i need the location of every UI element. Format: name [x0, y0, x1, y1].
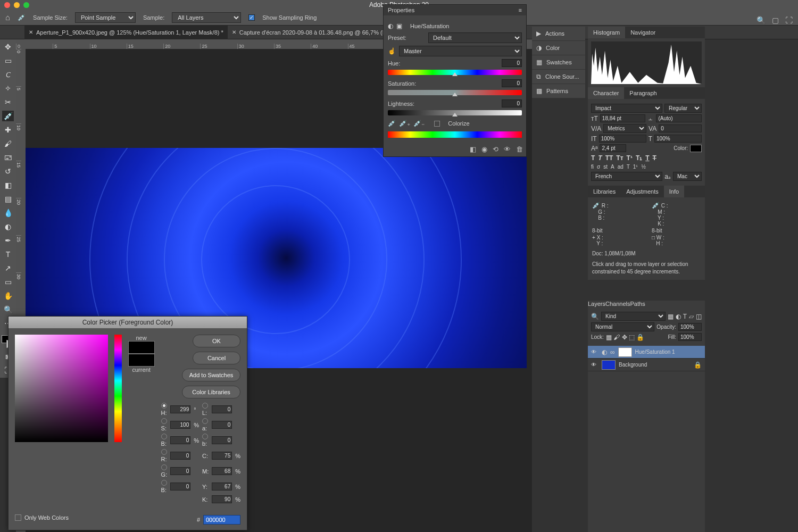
add-swatch-button[interactable]: Add to Swatches: [182, 369, 240, 381]
vscale-input[interactable]: [599, 135, 646, 143]
delete-icon[interactable]: 🗑: [516, 145, 523, 153]
lock-icons[interactable]: ▦ 🖌 ✥ ⬚ 🔒: [606, 334, 644, 341]
layer-mask-thumb[interactable]: [618, 347, 632, 357]
filter-kind[interactable]: Kind: [601, 312, 666, 321]
shape-tool[interactable]: ▭: [2, 277, 14, 287]
colorize-checkbox[interactable]: [434, 121, 440, 127]
window-traffic-lights[interactable]: [4, 2, 29, 8]
c-input[interactable]: [212, 452, 232, 460]
filter-pixel-icon[interactable]: ▦: [668, 313, 674, 320]
panel-swatches[interactable]: ▦Swatches: [532, 55, 585, 70]
blur-tool[interactable]: 💧: [2, 207, 14, 218]
opentype-buttons[interactable]: fiσstAadT1ˢ½: [591, 164, 702, 170]
filter-adj-icon[interactable]: ◐: [676, 313, 681, 320]
dodge-tool[interactable]: ◐: [2, 221, 14, 232]
stamp-tool[interactable]: 🖃: [2, 152, 14, 163]
marquee-tool[interactable]: ▭: [2, 55, 14, 66]
filter-shape-icon[interactable]: ▱: [689, 313, 694, 320]
type-style-buttons[interactable]: TTTTTтT¹T₁TT: [591, 154, 702, 162]
channel-select[interactable]: Master: [399, 46, 522, 56]
fill-input[interactable]: [678, 333, 702, 341]
radio-l[interactable]: [202, 403, 208, 409]
heal-tool[interactable]: ✚: [2, 124, 14, 135]
workspace-icons[interactable]: 🔍▢⛶: [757, 16, 793, 24]
tab-paragraph[interactable]: Paragraph: [624, 87, 662, 99]
filter-type-icon[interactable]: T: [683, 313, 687, 320]
visibility-icon[interactable]: 👁: [591, 362, 598, 368]
radio-b[interactable]: [161, 434, 167, 439]
radio-b2[interactable]: [202, 434, 208, 439]
kerning-select[interactable]: Metrics: [603, 124, 646, 133]
tab-paths[interactable]: Paths: [630, 301, 645, 307]
radio-s[interactable]: [161, 418, 167, 424]
s-input[interactable]: [170, 421, 190, 429]
layer-row-huesat[interactable]: 👁◐∞Hue/Saturation 1: [588, 346, 705, 359]
panel-clone[interactable]: ⧉Clone Sour...: [532, 70, 585, 84]
a-input[interactable]: [212, 421, 232, 429]
aa-select[interactable]: Mac: [673, 172, 702, 181]
fontsize-input[interactable]: [600, 114, 646, 122]
radio-bl[interactable]: [161, 480, 167, 486]
leading-input[interactable]: [656, 114, 702, 122]
panel-patterns[interactable]: ▩Patterns: [532, 84, 585, 98]
eyedropper-icon[interactable]: 💉: [388, 120, 396, 127]
magic-wand-tool[interactable]: ✧: [2, 83, 14, 94]
sample-select[interactable]: All Layers: [172, 12, 241, 23]
radio-g[interactable]: [161, 464, 167, 470]
panel-menu-icon[interactable]: ≡: [519, 7, 522, 13]
textcolor-swatch[interactable]: [690, 145, 702, 152]
tab-layers[interactable]: Layers: [588, 301, 605, 307]
move-tool[interactable]: ✥: [2, 41, 14, 52]
doc-tab-1[interactable]: ✕Aperture_P1_900x420.jpeg @ 125% (Hue/Sa…: [24, 26, 228, 39]
close-icon[interactable]: ✕: [29, 29, 33, 35]
path-tool[interactable]: ↗: [2, 263, 14, 273]
radio-h[interactable]: [161, 403, 167, 409]
opacity-input[interactable]: [678, 323, 702, 331]
g-input[interactable]: [170, 467, 190, 475]
cancel-button[interactable]: Cancel: [193, 352, 240, 364]
hue-strip[interactable]: [114, 335, 121, 442]
lightness-slider[interactable]: [388, 110, 522, 115]
eyedropper-minus-icon[interactable]: 💉₋: [413, 120, 425, 127]
close-icon[interactable]: ✕: [232, 29, 236, 35]
tab-info[interactable]: Info: [664, 186, 684, 197]
hue-slider[interactable]: [388, 70, 522, 75]
panel-actions[interactable]: ▶Actions: [532, 27, 585, 41]
y-input[interactable]: [212, 483, 232, 491]
hscale-input[interactable]: [654, 135, 702, 143]
lasso-tool[interactable]: 𝘊: [2, 69, 14, 80]
weight-select[interactable]: Regular: [664, 104, 702, 113]
preset-select[interactable]: Default: [428, 32, 522, 43]
lab-b-input[interactable]: [212, 436, 232, 444]
saturation-slider[interactable]: [388, 90, 522, 95]
eyedropper-tool[interactable]: 💉: [2, 111, 14, 121]
type-tool[interactable]: T: [2, 249, 14, 260]
layer-thumb[interactable]: [602, 360, 616, 370]
hue-value[interactable]: [502, 59, 522, 67]
hand-tool[interactable]: ✋: [2, 290, 14, 301]
font-select[interactable]: Impact: [591, 104, 662, 113]
color-libraries-button[interactable]: Color Libraries: [182, 386, 240, 398]
home-icon[interactable]: ⌂: [5, 13, 10, 22]
tab-navigator[interactable]: Navigator: [625, 27, 661, 38]
saturation-value[interactable]: [502, 79, 522, 87]
brush-tool[interactable]: 🖌: [2, 138, 14, 149]
tracking-input[interactable]: [659, 124, 702, 132]
visibility-icon[interactable]: 👁: [591, 349, 598, 355]
eyedropper-plus-icon[interactable]: 💉₊: [399, 120, 410, 127]
pen-tool[interactable]: ✒: [2, 235, 14, 246]
visibility-icon[interactable]: 👁: [504, 145, 511, 153]
show-ring-checkbox[interactable]: ✓: [248, 14, 255, 21]
tab-adjustments[interactable]: Adjustments: [621, 186, 664, 197]
panel-color[interactable]: ◑Color: [532, 41, 585, 55]
eraser-tool[interactable]: ◧: [2, 180, 14, 190]
m-input[interactable]: [212, 467, 232, 475]
tab-libraries[interactable]: Libraries: [588, 186, 621, 197]
blend-select[interactable]: Normal: [591, 322, 654, 331]
lightness-value[interactable]: [502, 99, 522, 107]
search-icon[interactable]: 🔍: [591, 313, 599, 320]
clip-icon[interactable]: ◧: [470, 145, 476, 153]
reset-icon[interactable]: ⟲: [493, 145, 498, 153]
l-input[interactable]: [212, 405, 232, 413]
scrubby-icon[interactable]: ☝: [388, 47, 396, 55]
